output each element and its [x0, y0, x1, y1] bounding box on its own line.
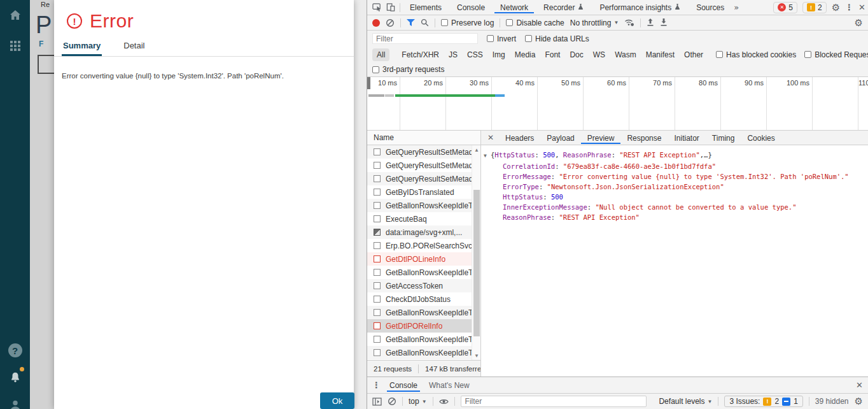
table-row[interactable]: data:image/svg+xml,... — [367, 226, 480, 239]
clear-console-icon[interactable] — [388, 397, 396, 406]
filter-funnel-icon[interactable] — [407, 19, 415, 26]
tab-payload[interactable]: Payload — [540, 132, 580, 144]
chip-css[interactable]: CSS — [463, 48, 487, 61]
divider — [640, 18, 641, 27]
search-icon[interactable] — [421, 18, 429, 27]
disable-cache-checkbox[interactable]: Disable cache — [506, 18, 564, 27]
settings-gear-icon[interactable]: ⚙ — [832, 2, 840, 13]
chip-js[interactable]: JS — [444, 48, 462, 61]
console-settings-gear-icon[interactable]: ⚙ — [855, 396, 863, 407]
notifications-bell-icon[interactable] — [8, 370, 23, 385]
tab-recorder[interactable]: Recorder — [538, 1, 590, 13]
clear-icon[interactable] — [386, 18, 395, 27]
close-drawer-icon[interactable]: ✕ — [856, 380, 863, 390]
ok-button[interactable]: Ok — [320, 392, 354, 409]
table-row[interactable]: CheckDtlJobStatus — [367, 292, 480, 306]
issues-button[interactable]: 3 Issues: ! 2 1 — [724, 396, 802, 407]
tab-console[interactable]: Console — [451, 1, 491, 13]
preserve-log-checkbox[interactable]: Preserve log — [441, 18, 494, 27]
table-row[interactable]: GetBallonRowsKeepIdleTi — [367, 199, 480, 212]
error-dialog-header: ! Error — [54, 0, 354, 32]
table-row[interactable]: GetByIDsTranslated — [367, 185, 480, 199]
warning-exclamation-icon: ! — [807, 3, 815, 11]
tab-response[interactable]: Response — [620, 132, 668, 144]
network-conditions-icon[interactable] — [624, 18, 634, 27]
table-scrollbar[interactable]: ▲ ▼ — [472, 145, 480, 360]
close-inspector-icon[interactable]: ✕ — [482, 133, 499, 142]
apps-grid-icon[interactable] — [8, 38, 23, 54]
device-toolbar-icon[interactable] — [386, 3, 396, 12]
warning-count-badge[interactable]: ! 2 — [802, 2, 827, 13]
overview-handle[interactable] — [367, 77, 370, 89]
tab-initiator[interactable]: Initiator — [668, 132, 705, 144]
log-levels-dropdown[interactable]: Default levels▼ — [659, 397, 712, 406]
hide-data-urls-checkbox[interactable]: Hide data URLs — [525, 34, 589, 43]
import-har-icon[interactable] — [647, 18, 654, 27]
table-row[interactable]: GetAccessToken — [367, 279, 480, 292]
tab-timing[interactable]: Timing — [706, 132, 741, 144]
table-row-error-selected[interactable]: GetDtlPORelInfo — [367, 319, 480, 333]
table-row[interactable]: GetQueryResultSetMetad — [367, 159, 480, 172]
table-row-error[interactable]: GetDtlPOLineInfo — [367, 252, 480, 266]
context-selector[interactable]: top▼ — [409, 397, 427, 406]
scroll-up-icon[interactable]: ▲ — [472, 145, 481, 154]
throttling-dropdown[interactable]: No throttling▼ — [570, 18, 619, 27]
third-party-requests-checkbox[interactable]: 3rd-party requests — [372, 65, 444, 74]
table-row[interactable]: GetBallonRowsKeepIdleTi — [367, 346, 480, 359]
has-blocked-cookies-checkbox[interactable]: Has blocked cookies — [716, 50, 796, 59]
close-devtools-icon[interactable]: ✕ — [858, 3, 865, 12]
table-row[interactable]: GetBallonRowsKeepIdleTi — [367, 306, 480, 319]
table-row[interactable]: Erp.BO.PORelSearchSvc/ — [367, 239, 480, 252]
user-icon[interactable] — [8, 398, 23, 409]
tab-cookies[interactable]: Cookies — [741, 132, 781, 144]
drawer-tab-console[interactable]: Console — [387, 378, 420, 392]
document-icon — [374, 349, 381, 356]
expand-arrow-icon[interactable]: ▼ — [484, 151, 491, 161]
network-settings-gear-icon[interactable]: ⚙ — [855, 17, 863, 29]
record-icon[interactable] — [372, 19, 380, 27]
table-row[interactable]: GetQueryResultSetMetad — [367, 145, 480, 159]
chip-manifest[interactable]: Manifest — [641, 48, 679, 61]
chip-fetch-xhr[interactable]: Fetch/XHR — [397, 48, 444, 61]
network-filter-input[interactable] — [372, 33, 478, 44]
tab-summary[interactable]: Summary — [62, 41, 102, 56]
drawer-tab-whats-new[interactable]: What's New — [426, 378, 472, 392]
table-row[interactable]: GetBallonRowsKeepIdleTi — [367, 266, 480, 279]
export-har-icon[interactable] — [660, 18, 668, 27]
inspect-element-icon[interactable] — [372, 3, 382, 12]
tab-elements[interactable]: Elements — [404, 1, 447, 13]
blocked-requests-checkbox[interactable]: Blocked Requests — [804, 50, 868, 59]
home-icon[interactable] — [8, 8, 23, 23]
drawer-kebab-menu-icon[interactable]: ⋮ — [372, 380, 381, 390]
chip-wasm[interactable]: Wasm — [610, 48, 641, 61]
tab-sources[interactable]: Sources — [690, 1, 730, 13]
scroll-down-icon[interactable]: ▼ — [472, 351, 481, 360]
error-count-badge[interactable]: ✕ 5 — [773, 2, 797, 13]
invert-checkbox[interactable]: Invert — [487, 34, 516, 43]
table-row[interactable]: GetQueryResultSetMetad — [367, 172, 480, 185]
help-icon[interactable]: ? — [8, 343, 23, 358]
chip-font[interactable]: Font — [540, 48, 564, 61]
tab-performance-insights[interactable]: Performance insights — [594, 1, 687, 13]
console-sidebar-toggle-icon[interactable] — [372, 398, 382, 406]
chip-other[interactable]: Other — [680, 48, 708, 61]
network-overview-timeline[interactable]: 10 ms 20 ms 30 ms 40 ms 50 ms 60 ms 70 m… — [367, 77, 868, 131]
tab-detail[interactable]: Detail — [122, 41, 146, 56]
scrollbar-thumb[interactable] — [473, 190, 480, 336]
chip-all[interactable]: All — [372, 48, 389, 61]
console-filter-input[interactable] — [461, 396, 647, 407]
more-tabs-icon[interactable]: » — [734, 3, 739, 12]
chip-media[interactable]: Media — [510, 48, 540, 61]
chip-doc[interactable]: Doc — [565, 48, 587, 61]
tab-headers[interactable]: Headers — [499, 132, 540, 144]
chip-ws[interactable]: WS — [589, 48, 610, 61]
table-row[interactable]: GetBallonRowsKeepIdleTi — [367, 333, 480, 346]
column-header-name[interactable]: Name — [367, 131, 480, 145]
tab-preview[interactable]: Preview — [581, 132, 621, 144]
chip-img[interactable]: Img — [488, 48, 510, 61]
kebab-menu-icon[interactable]: ⋮ — [845, 3, 853, 12]
tab-network[interactable]: Network — [494, 1, 534, 13]
table-row[interactable]: ExecuteBaq — [367, 212, 480, 226]
live-expression-eye-icon[interactable] — [439, 398, 449, 405]
time-tick: 50 ms — [537, 79, 580, 87]
